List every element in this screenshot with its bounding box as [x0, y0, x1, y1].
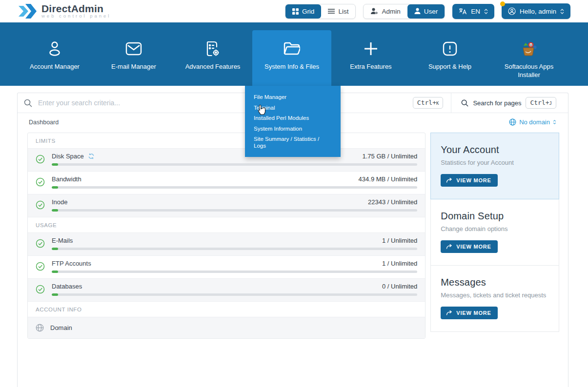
- role-toggle-group: Admin User: [363, 4, 445, 19]
- search-icon: [461, 99, 468, 107]
- domain-selector-label: No domain: [519, 118, 550, 126]
- card-title: Your Account: [441, 144, 549, 155]
- search-shortcut-kbd: Ctrl+K: [413, 97, 444, 109]
- nav-item-system-info-files[interactable]: System Info & Files: [252, 30, 331, 86]
- card-messages: Messages Messages, tickets and ticket re…: [430, 265, 559, 332]
- redirect-arrow-icon: [446, 310, 452, 316]
- nav-item-email-manager[interactable]: E-mail Manager: [94, 30, 173, 86]
- stat-value: 0 / Unlimited: [382, 283, 417, 290]
- top-bar: DirectAdmin web control panel Grid List: [0, 0, 588, 22]
- stat-row-disk-space[interactable]: Disk Space 1.75 GB / Unlimited: [28, 149, 425, 172]
- brand-tagline: web control panel: [41, 14, 111, 19]
- progress-bar: [52, 163, 417, 166]
- menu-item-system-information[interactable]: System Information: [245, 124, 341, 135]
- card-title: Messages: [441, 277, 549, 288]
- view-more-button-domain-setup[interactable]: VIEW MORE: [441, 240, 497, 253]
- stat-value: 1.75 GB / Unlimited: [363, 153, 418, 160]
- nav-label: Account Manager: [23, 62, 86, 71]
- user-menu-button[interactable]: Hello, admin: [502, 3, 570, 19]
- nav-label: Advanced Features: [179, 62, 247, 71]
- softaculous-icon: W: [521, 39, 537, 58]
- list-icon: [328, 8, 335, 14]
- stat-value: 1 / Unlimited: [382, 260, 417, 267]
- system-info-files-dropdown: File Manager Terminal Installed Perl Mod…: [245, 86, 341, 157]
- section-header-account-info: ACCOUNT INFO: [28, 302, 425, 317]
- nav-item-support-help[interactable]: Support & Help: [410, 30, 489, 86]
- person-circle-icon: [508, 7, 516, 15]
- grid-icon: [292, 8, 299, 15]
- nav-label: Extra Features: [343, 62, 398, 71]
- check-circle-icon: [36, 155, 45, 164]
- admin-label: Admin: [382, 8, 400, 15]
- nav-label: System Info & Files: [258, 62, 326, 71]
- check-circle-icon: [36, 177, 45, 187]
- stat-row-domain[interactable]: Domain: [28, 317, 425, 338]
- search-for-pages[interactable]: Search for pages Ctrl+J: [451, 93, 556, 113]
- globe-icon: [36, 324, 44, 332]
- stat-row-inode[interactable]: Inode 22343 / Unlimited: [28, 194, 425, 217]
- card-subtitle: Messages, tickets and ticket requests: [441, 291, 549, 299]
- language-label: EN: [471, 8, 480, 15]
- exclamation-icon: [443, 39, 457, 58]
- check-circle-icon: [36, 200, 45, 210]
- domain-selector[interactable]: No domain: [509, 118, 556, 126]
- translate-icon: [459, 8, 467, 15]
- list-view-button[interactable]: List: [321, 4, 355, 19]
- list-label: List: [338, 8, 348, 15]
- progress-bar: [52, 248, 417, 250]
- admin-icon: [370, 8, 378, 15]
- person-icon: [47, 39, 62, 58]
- progress-bar: [52, 293, 417, 296]
- check-circle-icon: [36, 262, 45, 271]
- view-toggle-group: Grid List: [285, 4, 356, 19]
- menu-item-terminal[interactable]: Terminal: [245, 103, 341, 114]
- stat-row-ftp-accounts[interactable]: FTP Accounts 1 / Unlimited: [28, 256, 425, 279]
- stat-row-bandwidth[interactable]: Bandwidth 434.9 MB / Unlimited: [28, 172, 425, 194]
- language-selector-button[interactable]: EN: [452, 4, 494, 19]
- stat-value: 434.9 MB / Unlimited: [359, 175, 418, 183]
- section-header-limits: LIMITS: [28, 133, 425, 149]
- nav-label: E-mail Manager: [104, 62, 163, 71]
- chevron-updown-icon: [553, 120, 556, 124]
- grid-label: Grid: [302, 8, 315, 15]
- menu-item-file-manager[interactable]: File Manager: [245, 92, 341, 103]
- card-your-account: Your Account Statistics for your Account…: [430, 133, 559, 199]
- pages-shortcut-kbd: Ctrl+J: [526, 97, 556, 109]
- search-input[interactable]: [38, 99, 413, 107]
- progress-bar: [52, 271, 417, 273]
- directadmin-logo[interactable]: DirectAdmin web control panel: [18, 3, 111, 19]
- main-navigation: Account Manager E-mail Manager Advanced …: [0, 22, 588, 86]
- view-more-button-your-account[interactable]: VIEW MORE: [441, 174, 497, 187]
- envelope-icon: [125, 39, 142, 58]
- stat-row-databases[interactable]: Databases 0 / Unlimited: [28, 279, 425, 302]
- chevron-updown-icon: [560, 9, 564, 14]
- refresh-icon[interactable]: [88, 153, 95, 159]
- globe-icon: [509, 118, 516, 126]
- user-menu-label: Hello, admin: [520, 8, 556, 15]
- nav-item-extra-features[interactable]: Extra Features: [331, 30, 410, 86]
- svg-text:W: W: [529, 43, 533, 47]
- stat-value: 1 / Unlimited: [382, 237, 417, 244]
- nav-item-advanced-features[interactable]: Advanced Features: [173, 30, 252, 86]
- redirect-arrow-icon: [446, 178, 452, 183]
- breadcrumb[interactable]: Dashboard: [29, 119, 59, 126]
- user-level-button[interactable]: User: [407, 4, 445, 19]
- menu-item-site-summary[interactable]: Site Summary / Statistics / Logs: [245, 134, 341, 151]
- grid-view-button[interactable]: Grid: [285, 4, 322, 19]
- stat-row-emails[interactable]: E-Mails 1 / Unlimited: [28, 233, 425, 256]
- nav-item-account-manager[interactable]: Account Manager: [15, 30, 94, 86]
- check-circle-icon: [36, 285, 45, 294]
- search-icon: [24, 99, 32, 107]
- card-title: Domain Setup: [441, 211, 549, 222]
- check-circle-icon: [36, 239, 45, 248]
- menu-item-installed-perl-modules[interactable]: Installed Perl Modules: [245, 113, 341, 124]
- nav-item-softaculous[interactable]: W Softaculous Apps Installer: [489, 30, 568, 86]
- notification-dot: [500, 1, 505, 6]
- card-subtitle: Change domain options: [441, 225, 549, 233]
- admin-level-button[interactable]: Admin: [364, 4, 407, 19]
- brand-name: DirectAdmin: [41, 4, 111, 14]
- stat-value: 22343 / Unlimited: [368, 198, 417, 206]
- chevron-updown-icon: [484, 9, 488, 14]
- card-subtitle: Statistics for your Account: [441, 159, 549, 167]
- view-more-button-messages[interactable]: VIEW MORE: [441, 307, 497, 319]
